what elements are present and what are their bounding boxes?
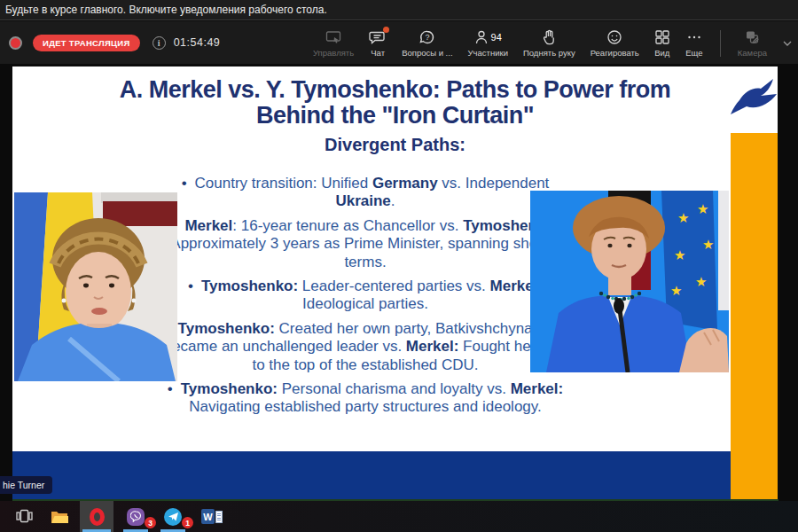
opera-logo (90, 508, 105, 526)
toolbar-buttons: Управлять Чат ? Вопросы и ... 94 (313, 28, 793, 58)
participant-name-tag: hie Turner (0, 476, 52, 494)
chat-label: Чат (371, 48, 385, 58)
bullet-item: •Tymoshenko: Personal charisma and loyal… (161, 380, 569, 417)
smiley-icon (606, 28, 623, 47)
participants-button[interactable]: 94 Участники (468, 28, 508, 58)
viber-logo (127, 508, 145, 526)
chat-bubble-icon (369, 28, 387, 47)
screen-share-stage: A. Merkel vs. Y. Tymoshenko: Paths to Po… (0, 64, 798, 501)
bullet-item: •Country transition: Unified Germany vs.… (161, 175, 569, 211)
bullet-item: •Merkel: 16-year tenure as Chancellor vs… (161, 217, 569, 271)
more-dots-icon (685, 28, 703, 47)
svg-text:★: ★ (697, 201, 708, 216)
telegram-badge: 1 (182, 517, 193, 528)
more-button[interactable]: Еще (685, 28, 703, 58)
slide-title-line1: A. Merkel vs. Y. Tymoshenko: Paths to Po… (85, 77, 706, 103)
participants-count: 94 (491, 32, 502, 43)
manage-button[interactable]: Управлять (313, 28, 354, 58)
bullet-marker: • (188, 278, 193, 294)
participants-label: Участники (468, 48, 508, 58)
raise-hand-label: Поднять руку (523, 48, 575, 58)
camera-icon (743, 28, 761, 47)
meeting-timer: 01:54:49 (174, 36, 221, 49)
slide-footer-band (12, 451, 731, 499)
record-dot-icon (9, 36, 22, 50)
view-button[interactable]: Вид (654, 28, 670, 58)
questions-label: Вопросы и ... (402, 48, 452, 58)
presentation-slide: A. Merkel vs. Y. Tymoshenko: Paths to Po… (12, 66, 778, 499)
info-circle-icon[interactable]: i (153, 36, 166, 50)
notification-bar: Будьте в курсе главного. Включите уведом… (0, 0, 798, 20)
windows-taskbar: 3 1 W (0, 501, 798, 532)
notification-text: Будьте в курсе главного. Включите уведом… (5, 4, 327, 16)
more-label: Еще (685, 48, 702, 58)
opera-icon[interactable] (80, 501, 113, 532)
svg-text:★: ★ (702, 237, 714, 252)
camera-button[interactable]: Камера (738, 28, 767, 58)
bullet-item: •Tymoshenko: Leader-centered parties vs.… (161, 278, 569, 314)
toolbar-divider (720, 30, 721, 57)
live-broadcast-badge: ИДЕТ ТРАНСЛЯЦИЯ (33, 35, 140, 51)
raise-hand-button[interactable]: Поднять руку (523, 28, 575, 58)
meeting-toolbar: ИДЕТ ТРАНСЛЯЦИЯ i 01:54:49 Управлять Чат… (0, 21, 798, 64)
svg-text:★: ★ (670, 283, 682, 298)
svg-text:★: ★ (674, 247, 685, 262)
slide-subtitle: Divergent Paths: (12, 135, 778, 155)
manage-label: Управлять (313, 48, 354, 58)
camera-label: Камера (738, 48, 767, 58)
participants-icon: 94 (474, 28, 502, 47)
word-icon[interactable]: W (197, 501, 227, 532)
dove-icon (727, 74, 778, 123)
bullet-marker: • (168, 380, 173, 397)
app-window: Будьте в курсе главного. Включите уведом… (0, 0, 798, 532)
svg-text:★: ★ (695, 274, 707, 289)
chat-button[interactable]: Чат (369, 28, 387, 58)
viber-badge: 3 (145, 517, 156, 528)
qa-bubble-icon: ? (419, 28, 436, 47)
telegram-icon[interactable]: 1 (158, 501, 188, 532)
raise-hand-icon (540, 28, 558, 47)
slide-title-line2: Behind the "Iron Curtain" (85, 103, 706, 129)
photo-merkel: ★ ★ ★ ★ ★ ★ (530, 191, 729, 372)
task-view-icon[interactable] (11, 501, 37, 532)
svg-text:?: ? (425, 33, 429, 42)
photo-tymoshenko (14, 192, 177, 381)
slide-orange-band (731, 133, 778, 499)
chat-unread-dot (383, 27, 389, 33)
questions-button[interactable]: ? Вопросы и ... (402, 28, 452, 58)
word-logo: W (201, 509, 223, 524)
file-explorer-icon[interactable] (44, 501, 74, 532)
telegram-logo (164, 508, 182, 526)
bullet-list: •Country transition: Unified Germany vs.… (161, 175, 569, 423)
screen-control-icon (325, 28, 342, 47)
react-label: Реагировать (591, 48, 639, 58)
bullet-item: •Tymoshenko: Created her own party, Batk… (161, 320, 569, 374)
svg-text:★: ★ (677, 210, 689, 225)
bullet-marker: • (182, 175, 187, 192)
react-button[interactable]: Реагировать (591, 28, 639, 58)
chevron-down-icon[interactable] (782, 35, 793, 51)
grid-view-icon (654, 28, 670, 47)
slide-title: A. Merkel vs. Y. Tymoshenko: Paths to Po… (85, 77, 706, 129)
view-label: Вид (654, 48, 669, 58)
viber-icon[interactable]: 3 (121, 501, 151, 532)
